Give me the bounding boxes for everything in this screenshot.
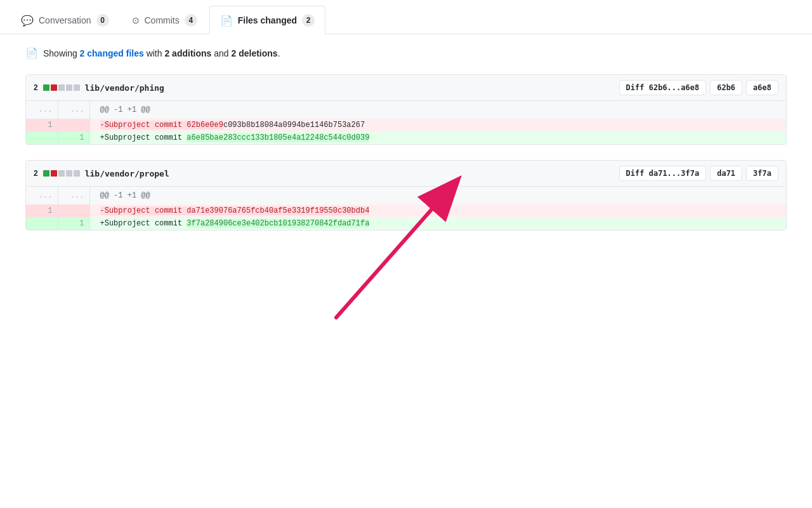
stat-bar-del [51, 84, 57, 91]
file-header-left-propel: 2 lib/vendor/propel [34, 169, 169, 178]
deletions-text: 2 deletions [231, 48, 277, 58]
hunk-line-num-left-propel: ... [26, 187, 58, 204]
btn-diff-phing[interactable]: Diff 62b6...a6e8 [619, 80, 707, 95]
del-line-num-phing: 1 [26, 119, 58, 131]
add-line-num-phing: 1 [58, 131, 89, 144]
add-highlight-phing: a6e85bae283ccc133b1805e4a12248c544c0d039 [187, 133, 369, 142]
tab-files-changed[interactable]: 📄 Files changed 2 [209, 6, 325, 34]
conversation-badge: 0 [96, 14, 109, 27]
del-code-propel: -Subproject commit da71e39076a765fcb40af… [89, 204, 786, 217]
file-header-right-phing: Diff 62b6...a6e8 62b6 a6e8 [619, 80, 778, 95]
del-highlight-propel: -Subproject commit da71e39076a765fcb40af… [100, 206, 370, 215]
add-code-phing: +Subproject commit a6e85bae283ccc133b180… [89, 131, 786, 144]
stat-bars-phing [43, 84, 80, 91]
stat-bar-neutral-3-propel [74, 170, 80, 177]
additions-text: 2 additions [164, 48, 211, 58]
diff-hunk-propel: ... ... @@ -1 +1 @@ [26, 187, 786, 204]
add-line-num-left-phing [26, 131, 58, 144]
stat-bar-add-propel [43, 170, 49, 177]
stat-bar-del-propel [51, 170, 57, 177]
files-changed-icon: 📄 [220, 15, 233, 27]
diff-table-phing: ... ... @@ -1 +1 @@ 1 -Subproject commit… [26, 101, 786, 144]
file-path-propel: lib/vendor/propel [85, 169, 169, 178]
stat-bar-neutral-2 [66, 84, 72, 91]
change-count-phing: 2 [34, 83, 38, 92]
del-line-num-propel: 1 [26, 204, 58, 217]
files-changed-badge: 2 [302, 14, 315, 27]
del-highlight-phing: -Subproject commit 62b6e0e9 [100, 121, 223, 130]
diff-table-propel: ... ... @@ -1 +1 @@ 1 -Subproject commit… [26, 187, 786, 230]
file-header-left-phing: 2 lib/vendor/phing [34, 83, 164, 93]
btn-diff-propel[interactable]: Diff da71...3f7a [619, 166, 707, 181]
conversation-icon: 💬 [21, 15, 34, 27]
tab-conversation-label: Conversation [39, 15, 91, 25]
stat-bar-neutral-1-propel [58, 170, 65, 177]
btn-sha1-phing[interactable]: 62b6 [710, 80, 742, 95]
stat-bars-propel [43, 170, 80, 177]
tab-commits-label: Commits [145, 15, 180, 25]
del-line-num-right-propel [58, 204, 89, 217]
diff-hunk-phing: ... ... @@ -1 +1 @@ [26, 101, 786, 119]
file-header-phing: 2 lib/vendor/phing Diff 62b6...a6e8 62b6… [26, 75, 786, 101]
diff-del-row-propel: 1 -Subproject commit da71e39076a765fcb40… [26, 204, 786, 217]
stat-bar-neutral-2-propel [66, 170, 72, 177]
file-header-right-propel: Diff da71...3f7a da71 3f7a [619, 166, 778, 181]
hunk-info-propel: @@ -1 +1 @@ [89, 187, 786, 204]
hunk-line-num-left: ... [26, 101, 58, 119]
file-header-propel: 2 lib/vendor/propel Diff da71...3f7a da7… [26, 161, 786, 187]
add-highlight-propel: 3f7a284906ce3e402bcb101938270842fdad71fa [187, 219, 369, 228]
file-block-phing: 2 lib/vendor/phing Diff 62b6...a6e8 62b6… [25, 74, 787, 145]
diff-add-row-phing: 1 +Subproject commit a6e85bae283ccc133b1… [26, 131, 786, 144]
main-content: 📄 Showing 2 changed files with 2 additio… [0, 34, 812, 258]
diff-del-row-phing: 1 -Subproject commit 62b6e0e9c093b8b1808… [26, 119, 786, 131]
stat-bar-neutral-3 [74, 84, 80, 91]
commits-icon: ⊙ [132, 15, 140, 25]
change-count-propel: 2 [34, 169, 38, 178]
tab-conversation[interactable]: 💬 Conversation 0 [10, 6, 120, 34]
stat-bar-add [43, 84, 49, 91]
add-code-propel: +Subproject commit 3f7a284906ce3e402bcb1… [89, 217, 786, 230]
del-code-phing: -Subproject commit 62b6e0e9c093b8b18084a… [89, 119, 786, 131]
btn-sha1-propel[interactable]: da71 [710, 166, 742, 181]
add-line-num-left-propel [26, 217, 58, 230]
hunk-info-phing: @@ -1 +1 @@ [89, 101, 786, 119]
stat-bar-neutral-1 [58, 84, 65, 91]
btn-sha2-phing[interactable]: a6e8 [746, 80, 778, 95]
hunk-line-num-right-propel: ... [58, 187, 89, 204]
tab-commits[interactable]: ⊙ Commits 4 [121, 6, 208, 34]
del-line-num-right-phing [58, 119, 89, 131]
file-path-phing: lib/vendor/phing [85, 83, 164, 93]
add-line-num-propel: 1 [58, 217, 89, 230]
tab-files-changed-label: Files changed [238, 15, 297, 25]
commits-badge: 4 [185, 14, 197, 27]
changed-files-link[interactable]: 2 changed files [80, 48, 144, 58]
file-block-propel: 2 lib/vendor/propel Diff da71...3f7a da7… [25, 160, 787, 231]
btn-sha2-propel[interactable]: 3f7a [746, 166, 778, 181]
tabs-bar: 💬 Conversation 0 ⊙ Commits 4 📄 Files cha… [0, 0, 812, 34]
hunk-line-num-right: ... [58, 101, 89, 119]
diff-add-row-propel: 1 +Subproject commit 3f7a284906ce3e402bc… [26, 217, 786, 230]
summary-icon: 📄 [25, 47, 38, 59]
summary-text: Showing 2 changed files with 2 additions… [43, 48, 280, 58]
diff-summary: 📄 Showing 2 changed files with 2 additio… [25, 47, 787, 59]
